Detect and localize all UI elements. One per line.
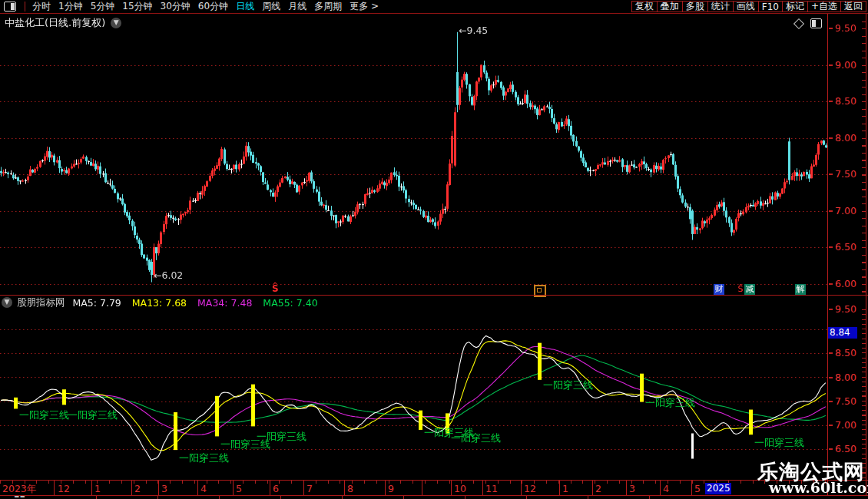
tool-menu-item[interactable]: 返回 (840, 1, 866, 12)
time-axis: 2023年 12 1 2 3 4 (0, 481, 827, 495)
axis-border-left (827, 14, 828, 496)
price-axis-label: 9.50 (829, 22, 856, 34)
event-marker[interactable]: 解 (795, 284, 806, 295)
month-separator (691, 481, 692, 495)
month-label: 12 (58, 483, 70, 494)
month-label: 4 (200, 483, 207, 494)
month-separator (54, 481, 55, 495)
chevron-down-icon[interactable]: ▼ (111, 18, 121, 28)
tool-menu: 复权 叠加 多股 统计 画线 F10 标记 +自选 返回 (632, 1, 866, 12)
window-pane-icon[interactable] (4, 2, 16, 12)
month-separator (521, 481, 522, 495)
price-axis-label: 6.00 (829, 278, 856, 289)
period-menu-item[interactable]: 月线 (288, 0, 306, 13)
signal-label: 一阳穿三线 (68, 408, 118, 422)
ma-lines-canvas[interactable] (0, 309, 827, 480)
event-marker[interactable]: 减 (744, 284, 755, 295)
period-menu-item[interactable]: 分时 (32, 0, 51, 13)
price-axis-label: 7.50 (829, 168, 856, 180)
signal-label: 一阳穿三线 (257, 430, 306, 444)
period-menu-item[interactable]: 1分钟 (58, 0, 83, 13)
tool-menu-item[interactable]: +自选 (807, 1, 841, 12)
month-separator (197, 481, 198, 495)
split-pane-icon[interactable] (810, 18, 822, 28)
current-year-badge: 2025 (705, 483, 731, 494)
month-label: 8 (347, 483, 353, 494)
month-separator (482, 481, 483, 495)
ma-value-label: MA34: 7.48 (197, 297, 252, 309)
month-label: 5 (236, 483, 242, 494)
ma-values-row: MA5: 7.79 MA13: 7.68 MA34: 7.48 MA55: 7.… (73, 297, 329, 309)
price-axis-label: 7.50 (829, 395, 856, 407)
axis-tick (829, 283, 833, 285)
tool-menu-item[interactable]: F10 (758, 1, 783, 12)
month-label: 12 (524, 483, 536, 494)
axis-tick (829, 101, 833, 102)
tool-menu-item[interactable]: 复权 (631, 1, 658, 12)
month-label: 6 (273, 483, 279, 494)
time-axis-top-border (0, 480, 868, 481)
month-label: 10 (454, 483, 466, 494)
price-axis-label: 8.00 (829, 132, 856, 144)
tool-menu-item[interactable]: 叠加 (657, 1, 683, 12)
month-separator (660, 481, 661, 495)
period-menu-item[interactable]: 60分钟 (198, 0, 228, 13)
tool-menu-item[interactable]: 标记 (782, 1, 808, 12)
panel-divider (0, 295, 868, 296)
month-separator (451, 481, 452, 495)
month-label: 4 (663, 483, 669, 494)
menu-separator (25, 2, 25, 12)
month-label: 1 (562, 483, 568, 494)
indicator-chart-panel: 一阳穿三线一阳穿三线一阳穿三线一阳穿三线一阳穿三线一阳穿三线一阳穿三线一阳穿三线… (0, 309, 827, 480)
period-menu-item[interactable]: 日线 (236, 0, 254, 13)
period-menu-item[interactable]: 周线 (262, 0, 280, 13)
signal-label: 一阳穿三线 (645, 396, 695, 410)
month-label: 5 (694, 483, 701, 494)
axis-tick (829, 377, 833, 378)
event-s-marker[interactable]: Ŝ (272, 283, 279, 294)
ma-value-label: MA55: 7.40 (263, 297, 317, 309)
month-separator (385, 481, 386, 495)
month-separator (270, 481, 270, 495)
indicator-chevron-icon[interactable]: ▼ (2, 297, 12, 308)
period-menu-item[interactable]: 更多 > (350, 0, 379, 13)
period-menu-item[interactable]: 5分钟 (91, 0, 115, 13)
month-label: 3 (629, 483, 635, 494)
tool-menu-item[interactable]: 多股 (682, 1, 708, 12)
period-menu-item[interactable]: 多周期 (314, 0, 342, 13)
axis-tick (829, 448, 833, 450)
month-separator (422, 481, 422, 495)
axis-tick (829, 28, 833, 29)
month-separator (131, 481, 132, 495)
period-menu-item[interactable]: 30分钟 (161, 0, 190, 13)
axis-border-right (866, 14, 866, 496)
high-price-label: ←9.45 (459, 25, 488, 36)
month-label: 2023年 (2, 483, 36, 496)
axis-tick (829, 352, 833, 354)
signal-label: 一阳穿三线 (543, 378, 593, 392)
price-axis-label: 6.50 (829, 443, 856, 454)
candlestick-chart-canvas[interactable] (0, 14, 827, 295)
axis-tick (829, 425, 833, 426)
panel-corner-icons (795, 18, 822, 28)
indicator-header: ▼ 股朋指标网 MA5: 7.79 MA13: 7.68 MA34: 7.48 … (2, 296, 823, 309)
month-separator (233, 481, 234, 495)
axis-tick (829, 173, 833, 175)
diamond-icon[interactable] (793, 18, 804, 28)
chart-title-row: 中盐化工(日线.前复权) ▼ (5, 16, 121, 30)
event-marker[interactable]: 财 (714, 284, 724, 295)
price-axis-label: 8.00 (829, 372, 856, 383)
price-axis-label: 7.00 (829, 205, 856, 216)
tool-menu-item[interactable]: 统计 (707, 1, 734, 12)
month-label: 2 (595, 483, 601, 494)
period-menu-item[interactable]: 15分钟 (122, 0, 152, 13)
ma-value-label: MA13: 7.68 (132, 297, 187, 309)
tool-menu-item[interactable]: 画线 (733, 1, 759, 12)
month-label: 7 (306, 483, 313, 494)
axis-tick (829, 309, 833, 310)
watermark-site-url: www.60lt.com (769, 479, 868, 496)
period-menu: 分时 1分钟 5分钟 15分钟 30分钟 60分钟 日线 周线 月线 多周期 更… (28, 0, 383, 13)
price-axis-label: 6.50 (829, 241, 856, 253)
time-axis-bottom-border (0, 495, 868, 496)
month-separator (626, 481, 627, 495)
